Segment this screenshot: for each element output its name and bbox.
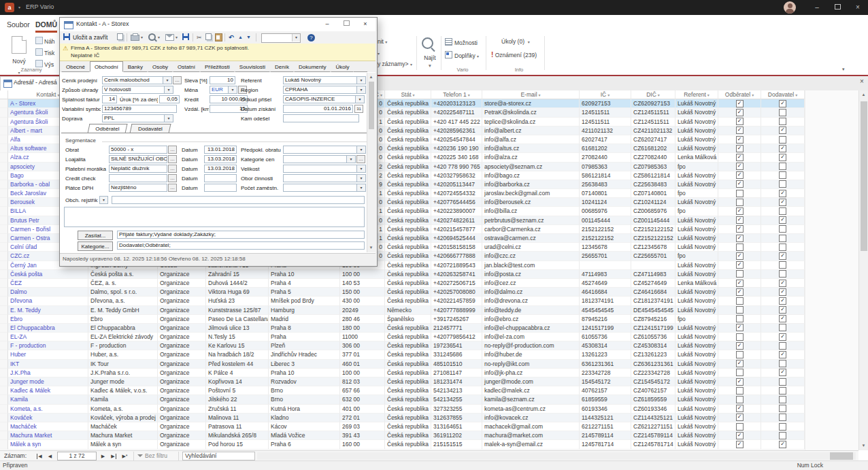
sort-caret-icon[interactable]: ▾ xyxy=(539,93,541,97)
cell-ref[interactable]: Lukáš Novotný xyxy=(675,216,718,225)
tasks-button[interactable]: Úkoly (0) ▾ xyxy=(501,38,530,45)
cell-dic[interactable]: CZ586121814 xyxy=(631,171,675,180)
cell-dic[interactable]: CZ6212271151 xyxy=(631,422,675,431)
cell-do[interactable] xyxy=(761,422,805,431)
tab-9[interactable]: Úkoly xyxy=(331,61,354,72)
odberatel-checkbox[interactable] xyxy=(736,324,744,331)
cell-p[interactable]: 100 00 xyxy=(340,369,385,377)
table-row[interactable]: F - productionF - productionOrganizaceKe… xyxy=(0,341,805,350)
cell-u[interactable]: Před kostelem 44 xyxy=(206,360,269,369)
cell-n[interactable]: Málek a syn xyxy=(88,440,158,449)
dialog-titlebar[interactable]: Kontakt - A - Storex – × xyxy=(60,18,375,32)
credit-input[interactable] xyxy=(109,174,167,182)
cell-tel[interactable]: +420777888999 xyxy=(431,306,482,315)
dodavatel-checkbox[interactable] xyxy=(779,180,786,188)
cell-ic[interactable]: 61681202 xyxy=(580,144,631,153)
cell-ref[interactable]: Lukáš Novotný xyxy=(675,377,718,386)
cell-ic[interactable]: 124511511 xyxy=(580,118,631,127)
minimize-icon[interactable]: – xyxy=(807,0,827,15)
cell-k[interactable]: E. M. Teddy xyxy=(8,306,88,315)
cell-ref[interactable]: Lukáš Novotný xyxy=(675,350,718,359)
ribbon-tab-soubor[interactable]: Soubor xyxy=(7,20,30,29)
cell-do[interactable] xyxy=(761,144,805,153)
odberatel-checkbox[interactable] xyxy=(736,100,744,107)
cell-s[interactable]: Česká republika xyxy=(385,350,431,359)
scroll-up-icon[interactable]: ▲ xyxy=(859,90,868,99)
cell-dic[interactable]: CZ87945216 xyxy=(631,315,675,324)
cell-ic[interactable]: 62027417 xyxy=(580,135,631,144)
column-header-do[interactable]: Dodavatel▾ xyxy=(761,90,805,99)
cell-t[interactable]: Organizace xyxy=(158,440,206,449)
cell-do[interactable] xyxy=(761,333,805,341)
cell-s[interactable]: Česká republika xyxy=(385,252,431,261)
dph-input[interactable]: Nezjištěno xyxy=(109,184,167,192)
dodavatel-checkbox[interactable] xyxy=(779,261,786,269)
cell-ref[interactable]: fpo xyxy=(675,207,718,216)
zasilat-button[interactable]: Zasílat... xyxy=(78,231,113,240)
cell-k[interactable]: Dalmo xyxy=(8,288,88,297)
loajalita-builder-button[interactable]: … xyxy=(168,155,177,163)
table-row[interactable]: El ChuppacabbraEl ChuppacabbraOrganizace… xyxy=(0,324,805,333)
dodavatel-checkbox[interactable] xyxy=(779,441,786,448)
cell-od[interactable] xyxy=(718,180,761,189)
cell-k[interactable]: Macháček xyxy=(8,422,88,431)
cell-em[interactable]: apsociety@seznam.cz xyxy=(482,163,580,171)
table-row[interactable]: MacháčekMacháčekOrganizacePatrasova 11Ká… xyxy=(0,422,805,431)
cell-od[interactable] xyxy=(718,360,761,369)
cell-ic[interactable]: 45308314 xyxy=(580,341,631,350)
cell-dic[interactable]: CZ61681202 xyxy=(631,144,675,153)
cell-selector[interactable] xyxy=(0,198,8,207)
search-icon[interactable] xyxy=(422,37,433,49)
cell-dic[interactable]: CZ124511511 xyxy=(631,108,675,117)
cell-t[interactable]: Organizace xyxy=(158,405,206,414)
cell-em[interactable]: info@altus.cz xyxy=(482,144,580,153)
cell-t[interactable]: Organizace xyxy=(158,288,206,297)
odberatel-checkbox[interactable] xyxy=(736,378,744,386)
obrat-builder-button[interactable]: … xyxy=(168,146,177,154)
print-icon[interactable] xyxy=(131,33,139,41)
table-row[interactable]: Česká poštaČeská pošta a.s.OrganizaceZah… xyxy=(0,270,805,279)
cell-n[interactable]: Kamila xyxy=(88,395,158,404)
nav-new-record-button[interactable]: ▶* xyxy=(120,452,130,460)
urok-input[interactable]: 0,05 xyxy=(159,95,180,103)
cell-do[interactable] xyxy=(761,297,805,305)
cell-tel[interactable]: +420 778 990 765 xyxy=(431,163,482,171)
cell-od[interactable] xyxy=(718,395,761,404)
cell-dic[interactable]: CZ2152122152 xyxy=(631,225,675,234)
cell-od[interactable] xyxy=(718,243,761,252)
cell-em[interactable]: info@el-za.com xyxy=(482,333,580,341)
cell-ref[interactable]: Lukáš Novotný xyxy=(675,171,718,180)
cell-dic[interactable]: CZ10241124 xyxy=(631,198,675,207)
cell-u[interactable]: Na hradbách 18/2 xyxy=(206,350,269,359)
cell-s[interactable]: Česká republika xyxy=(385,297,431,305)
cell-ic[interactable] xyxy=(580,261,631,270)
cell-selector[interactable] xyxy=(0,333,8,341)
cell-em[interactable]: info@posta.cz xyxy=(482,270,580,279)
odkud-combo-arrow-icon[interactable]: ▾ xyxy=(356,95,365,103)
cell-n[interactable]: Macháček xyxy=(88,422,158,431)
splatnost-input[interactable]: 14 xyxy=(102,95,117,103)
cell-em[interactable]: info@teddy.de xyxy=(482,306,580,315)
cell-ic[interactable]: 61859559 xyxy=(580,395,631,404)
cell-dic[interactable]: CZ45308314 xyxy=(631,341,675,350)
paste-icon[interactable] xyxy=(215,33,222,41)
cell-do[interactable] xyxy=(761,153,805,162)
cell-do[interactable] xyxy=(761,234,805,243)
cell-dic[interactable]: CZ2145789114 xyxy=(631,431,675,440)
cell-em[interactable]: info@kovacek.cz xyxy=(482,414,580,422)
cell-selector[interactable] xyxy=(0,350,8,359)
ribbon-small-button-tisk[interactable]: Tisk xyxy=(35,48,60,58)
cell-od[interactable] xyxy=(718,225,761,234)
clipped-button-fragment-1[interactable]: nit ▾ xyxy=(378,38,387,45)
dodavatel-checkbox[interactable] xyxy=(779,396,786,403)
cell-dic[interactable]: CZ61859559 xyxy=(631,395,675,404)
odberatel-checkbox[interactable] xyxy=(736,360,744,367)
table-row[interactable]: ČEZČEZ, a. s.OrganizaceDuhová 1444/2Prah… xyxy=(0,279,805,288)
cell-p[interactable]: 100 00 xyxy=(340,270,385,279)
cell-s[interactable]: Česká republika xyxy=(385,135,431,144)
odberatel-checkbox[interactable] xyxy=(736,441,744,448)
dodavatel-checkbox[interactable] xyxy=(779,109,786,116)
obrat-right-input[interactable] xyxy=(283,146,357,154)
cell-k[interactable]: Ebro xyxy=(8,315,88,324)
cell-u[interactable]: Poštovní 5 xyxy=(206,386,269,395)
